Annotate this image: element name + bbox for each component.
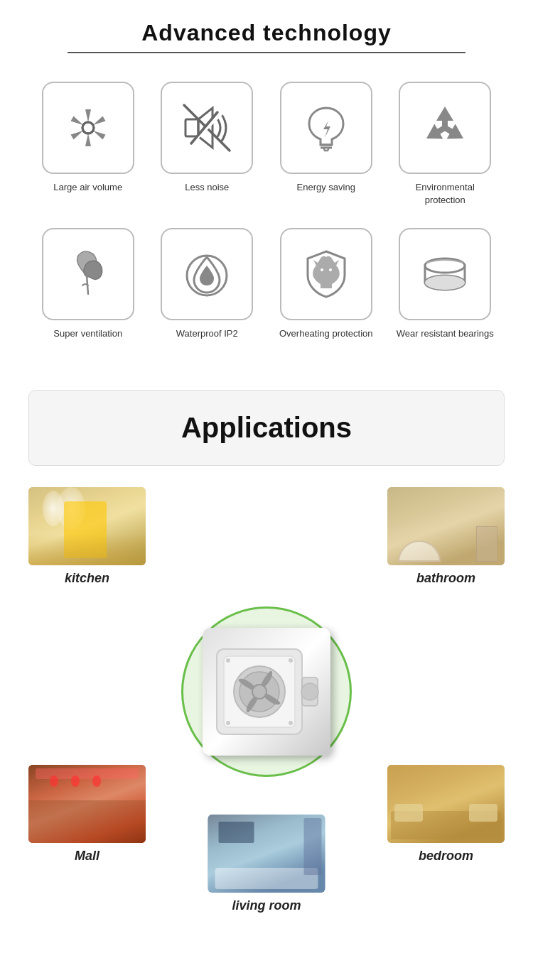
center-device bbox=[203, 628, 330, 756]
bearing-icon bbox=[416, 246, 473, 303]
app-bedroom-image bbox=[387, 765, 505, 843]
feature-label-large-air-volume: Large air volume bbox=[53, 181, 122, 194]
feature-icon-box-wear-resistant bbox=[399, 228, 491, 320]
svg-point-23 bbox=[252, 685, 266, 699]
app-bedroom-label: bedroom bbox=[419, 849, 473, 864]
app-living-room-label: living room bbox=[232, 898, 301, 913]
feature-icon-box-less-noise bbox=[161, 82, 253, 174]
applications-title: Applications bbox=[50, 412, 483, 444]
app-mall: Mall bbox=[28, 765, 146, 864]
app-bathroom-image bbox=[387, 487, 505, 565]
applications-header: Applications bbox=[28, 390, 505, 466]
feature-label-environmental-protection: Environmental protection bbox=[395, 181, 495, 207]
device-svg bbox=[210, 635, 323, 748]
feature-large-air-volume: Large air volume bbox=[28, 82, 148, 207]
svg-point-29 bbox=[289, 721, 293, 725]
feature-icon-box-waterproof bbox=[161, 228, 253, 320]
feature-icon-box-energy-saving bbox=[280, 82, 372, 174]
leaf-icon bbox=[60, 246, 117, 303]
svg-point-27 bbox=[289, 658, 293, 663]
app-living-room: living room bbox=[208, 815, 325, 913]
svg-point-12 bbox=[321, 268, 323, 271]
app-kitchen-image bbox=[28, 487, 146, 565]
feature-environmental-protection: Environmental protection bbox=[386, 82, 505, 207]
shield-icon bbox=[298, 246, 355, 303]
feature-label-overheating-protection: Overheating protection bbox=[279, 327, 373, 340]
applications-section: Applications kitchen bbox=[0, 369, 533, 927]
feature-overheating-protection: Overheating protection bbox=[266, 228, 386, 340]
app-bedroom: bedroom bbox=[387, 765, 505, 864]
feature-label-wear-resistant: Wear resistant bearings bbox=[397, 327, 494, 340]
radiation-icon bbox=[60, 99, 117, 156]
svg-point-18 bbox=[425, 276, 465, 290]
feature-wear-resistant: Wear resistant bearings bbox=[386, 228, 505, 340]
app-mall-label: Mall bbox=[75, 849, 99, 864]
advanced-tech-header: Advanced technology bbox=[0, 0, 533, 60]
applications-grid: kitchen bathroom bbox=[28, 487, 505, 913]
water-drop-icon bbox=[178, 246, 235, 303]
advanced-tech-title: Advanced technology bbox=[43, 20, 490, 46]
feature-waterproof: Waterproof IP2 bbox=[148, 228, 267, 340]
app-kitchen-label: kitchen bbox=[65, 571, 109, 586]
feature-label-less-noise: Less noise bbox=[185, 181, 229, 194]
svg-point-28 bbox=[226, 721, 230, 725]
feature-super-ventilation: Super ventilation bbox=[28, 228, 148, 340]
feature-icon-box-environmental-protection bbox=[399, 82, 491, 174]
svg-point-13 bbox=[329, 268, 332, 271]
feature-label-super-ventilation: Super ventilation bbox=[53, 327, 122, 340]
app-kitchen: kitchen bbox=[28, 487, 146, 586]
bulb-icon bbox=[298, 99, 355, 156]
app-bathroom: bathroom bbox=[387, 487, 505, 586]
feature-energy-saving: Energy saving bbox=[266, 82, 386, 207]
app-living-room-image bbox=[208, 815, 325, 893]
app-bathroom-label: bathroom bbox=[416, 571, 475, 586]
center-device-circle bbox=[181, 606, 352, 777]
svg-point-26 bbox=[226, 658, 230, 663]
feature-label-energy-saving: Energy saving bbox=[297, 181, 355, 194]
feature-label-waterproof: Waterproof IP2 bbox=[176, 327, 238, 340]
svg-point-1 bbox=[82, 122, 94, 134]
no-sound-icon bbox=[178, 99, 235, 156]
header-divider bbox=[68, 52, 465, 53]
features-grid: Large air volume Less noise bbox=[0, 60, 533, 369]
feature-icon-box-overheating-protection bbox=[280, 228, 372, 320]
feature-icon-box-super-ventilation bbox=[42, 228, 134, 320]
svg-point-25 bbox=[301, 683, 318, 700]
feature-icon-box-large-air-volume bbox=[42, 82, 134, 174]
recycle-icon bbox=[416, 99, 473, 156]
feature-less-noise: Less noise bbox=[148, 82, 267, 207]
svg-rect-2 bbox=[185, 119, 198, 136]
app-mall-image bbox=[28, 765, 146, 843]
